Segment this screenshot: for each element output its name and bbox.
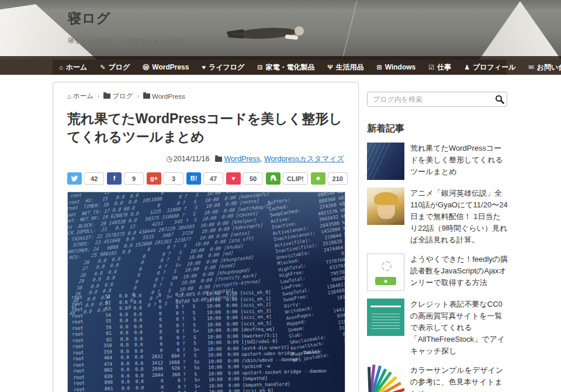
hatena-icon: B! xyxy=(186,172,201,185)
nav-item-blog[interactable]: ✎ブログ xyxy=(94,60,136,75)
breadcrumb-separator: › xyxy=(137,93,139,99)
nav-item-lifelog[interactable]: ♥ライフログ xyxy=(195,60,251,75)
hatena-share-button[interactable]: B! 47 xyxy=(186,172,223,185)
folder-icon xyxy=(103,93,110,99)
share-buttons: 42 f 9 g+ 3 B! 47 ♥ 50 CLIP! xyxy=(67,172,344,185)
thumbnail-allthefreestock xyxy=(367,299,404,336)
nav-label: プロフィール xyxy=(473,63,515,72)
facebook-count: 9 xyxy=(124,172,144,185)
nav-label: ブログ xyxy=(108,63,130,72)
windows-icon: ⊞ xyxy=(376,64,382,71)
nav-label: ライフログ xyxy=(209,63,244,72)
monitor-icon: ⊡ xyxy=(257,64,262,71)
nav-item-work[interactable]: ☑仕事 xyxy=(422,60,458,75)
google-plus-share-button[interactable]: g+ 3 xyxy=(147,172,183,185)
pocket-share-button[interactable]: ♥ 50 xyxy=(226,172,263,185)
evernote-clip-button[interactable]: CLIP! xyxy=(266,172,308,185)
pocket-icon: ♥ xyxy=(226,172,241,185)
heart-icon: ♥ xyxy=(202,64,206,71)
post-date: 2014/11/16 xyxy=(174,155,210,163)
thumbnail-color-pencils xyxy=(367,365,404,392)
twitter-count: 42 xyxy=(84,172,104,185)
site-tagline: 寝ながら出来るコトや使えるモノを紹介 xyxy=(68,36,185,45)
post-title: 荒れ果てたWordPressコードを美しく整形してくれるツールまとめ xyxy=(67,110,344,146)
category-link-wordpress[interactable]: WordPress xyxy=(224,155,260,163)
utensils-icon: Ψ xyxy=(328,64,333,71)
google-plus-count: 3 xyxy=(164,172,183,185)
recent-article-item[interactable]: クレジット表記不要なCC0の高画質写真サイトを一覧で表示してくれる「AllThe… xyxy=(367,299,508,357)
nav-label: ホーム xyxy=(66,63,88,72)
user-icon: ♟ xyxy=(464,64,470,71)
nav-item-windows[interactable]: ⊞Windows xyxy=(370,60,422,75)
lying-person-photo xyxy=(216,18,316,44)
nav-label: Windows xyxy=(385,63,416,71)
twitter-icon xyxy=(67,172,82,185)
thumbnail-anime-character xyxy=(367,188,404,225)
wordpress-icon: Ⓦ xyxy=(143,64,149,71)
mail-icon: ✉ xyxy=(528,64,534,71)
evernote-clip-label: CLIP! xyxy=(283,172,308,185)
recent-article-item[interactable]: カラーサンプルをデザインの参考に、色見本サイトまとめ xyxy=(367,365,508,392)
recent-article-title: クレジット表記不要なCC0の高画質写真サイトを一覧で表示してくれる「AllThe… xyxy=(410,299,508,357)
recent-articles-heading: 新着記事 xyxy=(367,123,508,135)
feedly-icon xyxy=(311,172,325,185)
terminal-ps-output-bottom: root 51 0.0 0.0 0 0 ? S 10:00 0:00 [scsi… xyxy=(71,288,327,392)
recent-article-item[interactable]: アニメ「銀河英雄伝説」全110話がGyaOにて11/20〜24日まで無料配信！ … xyxy=(367,188,508,246)
breadcrumb-wordpress[interactable]: WordPress xyxy=(143,93,185,100)
nav-label: 仕事 xyxy=(437,63,451,72)
search-box xyxy=(367,92,508,107)
folder-icon xyxy=(143,93,150,99)
home-icon: ⌂ xyxy=(59,64,63,71)
facebook-share-button[interactable]: f 9 xyxy=(107,172,144,185)
site-header: 寝ログ 寝ながら出来るコトや使えるモノを紹介 xyxy=(0,0,561,60)
terminal-screenshot-image: root 13 0.0 0.0 0 0 ? S 10:00 0:00 [watc… xyxy=(67,192,345,392)
breadcrumb-label: WordPress xyxy=(152,93,185,100)
main-nav: ⌂ホーム ✎ブログ ⓌWordPress ♥ライフログ ⊡家電・電化製品 Ψ生活… xyxy=(0,60,561,75)
search-input[interactable] xyxy=(367,92,507,107)
content-area: ⌂ホーム › ブログ › WordPress 荒れ果てたWordPressコード… xyxy=(53,82,508,392)
nav-item-electronics[interactable]: ⊡家電・電化製品 xyxy=(251,60,321,75)
tent-rope-photo xyxy=(342,1,358,58)
nav-item-contact[interactable]: ✉お問い合わせ xyxy=(522,60,561,75)
feedly-follow-button[interactable]: 210 xyxy=(311,172,348,185)
breadcrumb: ⌂ホーム › ブログ › WordPress xyxy=(67,92,344,100)
nav-label: WordPress xyxy=(152,63,189,71)
nav-item-home[interactable]: ⌂ホーム xyxy=(53,60,94,75)
breadcrumb-label: ホーム xyxy=(73,92,94,100)
recent-article-title: ようやくできた！feedlyの購読者数をJavaScriptのAjaxオンリーで… xyxy=(410,254,508,291)
post-meta: ◷2014/11/16WordPress, Wordpressカスタマイズ xyxy=(67,154,344,164)
nav-label: 生活用品 xyxy=(335,63,363,72)
twitter-share-button[interactable]: 42 xyxy=(67,172,104,185)
article-card: ⌂ホーム › ブログ › WordPress 荒れ果てたWordPressコード… xyxy=(53,82,359,392)
recent-article-item[interactable]: ようやくできた！feedlyの購読者数をJavaScriptのAjaxオンリーで… xyxy=(367,254,508,291)
category-link-wp-customize[interactable]: Wordpressカスタマイズ xyxy=(264,155,344,163)
recent-article-item[interactable]: 荒れ果てたWordPressコードを美しく整形してくれるツールまとめ xyxy=(367,143,508,180)
recent-article-title: アニメ「銀河英雄伝説」全110話がGyaOにて11/20〜24日まで無料配信！ … xyxy=(410,188,508,246)
nav-item-profile[interactable]: ♟プロフィール xyxy=(458,60,522,75)
feedly-count: 210 xyxy=(328,172,348,185)
nav-label: 家電・電化製品 xyxy=(266,63,315,72)
evernote-icon xyxy=(266,172,280,185)
pocket-count: 50 xyxy=(243,172,263,185)
breadcrumb-home[interactable]: ⌂ホーム xyxy=(67,92,94,100)
nav-menu: ⌂ホーム ✎ブログ ⓌWordPress ♥ライフログ ⊡家電・電化製品 Ψ生活… xyxy=(53,60,506,75)
thumbnail-terminal-code xyxy=(367,143,404,180)
breadcrumb-label: ブログ xyxy=(112,92,133,100)
folder-icon xyxy=(215,157,222,162)
tent-right-photo xyxy=(479,0,561,60)
nav-item-wordpress[interactable]: ⓌWordPress xyxy=(136,60,195,75)
nav-item-daily-goods[interactable]: Ψ生活用品 xyxy=(321,60,370,75)
clock-icon: ◷ xyxy=(166,155,172,163)
facebook-icon: f xyxy=(107,172,122,185)
thumbnail-feedly-widget xyxy=(367,254,404,291)
site-title[interactable]: 寝ログ xyxy=(68,9,110,27)
search-icon[interactable] xyxy=(495,95,504,104)
home-icon: ⌂ xyxy=(67,93,71,100)
breadcrumb-separator: › xyxy=(98,93,99,99)
hatena-count: 47 xyxy=(203,172,223,185)
breadcrumb-blog[interactable]: ブログ xyxy=(103,92,133,100)
nav-label: お問い合わせ xyxy=(537,63,561,72)
recent-articles-list: 荒れ果てたWordPressコードを美しく整形してくれるツールまとめ アニメ「銀… xyxy=(367,143,508,392)
recent-article-title: 荒れ果てたWordPressコードを美しく整形してくれるツールまとめ xyxy=(410,143,508,180)
recent-article-title: カラーサンプルをデザインの参考に、色見本サイトまとめ xyxy=(410,365,508,392)
